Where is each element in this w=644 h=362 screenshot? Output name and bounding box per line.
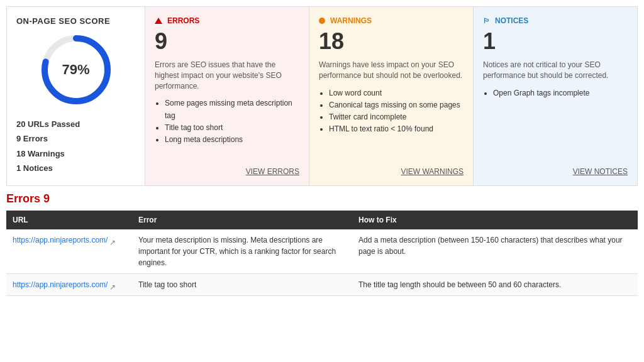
notice-item-1: Open Graph tags incomplete xyxy=(493,87,628,99)
error-item-2: Title tag too short xyxy=(165,122,299,134)
cards-container: ERRORS 9 Errors are SEO issues that have… xyxy=(145,7,637,185)
view-notices-link[interactable]: VIEW NOTICES xyxy=(573,167,628,176)
col-header-error: Error xyxy=(132,211,352,229)
errors-table-heading: Errors 9 xyxy=(6,192,638,206)
view-errors-link[interactable]: VIEW ERRORS xyxy=(246,167,299,176)
col-header-url: URL xyxy=(6,211,132,229)
table-cell-url: https://app.ninjareports.com/↗ xyxy=(6,273,132,295)
notices-count: 1 xyxy=(483,28,628,55)
error-triangle-icon xyxy=(155,18,162,24)
errors-card-header: ERRORS xyxy=(155,16,299,25)
table-cell-url: https://app.ninjareports.com/↗ xyxy=(6,229,132,274)
col-header-fix: How to Fix xyxy=(352,211,638,229)
error-item-1: Some pages missing meta description tag xyxy=(165,97,299,121)
stat-urls-passed: 20 URLs Passed xyxy=(16,117,135,131)
stat-errors: 9 Errors xyxy=(16,131,135,146)
warning-item-2: Canonical tags missing on some pages xyxy=(329,99,464,111)
errors-header-label: ERRORS xyxy=(167,16,199,25)
url-link[interactable]: https://app.ninjareports.com/ xyxy=(13,280,108,289)
warning-circle-icon xyxy=(319,18,325,24)
table-header-row: URL Error How to Fix xyxy=(6,211,638,229)
warning-item-1: Low word count xyxy=(329,87,464,99)
warnings-list: Low word count Canonical tags missing on… xyxy=(319,87,464,160)
errors-card: ERRORS 9 Errors are SEO issues that have… xyxy=(145,7,309,185)
score-panel: ON-PAGE SEO SCORE 79% 20 URLs Passed 9 E… xyxy=(7,7,145,185)
url-link[interactable]: https://app.ninjareports.com/ xyxy=(13,236,108,244)
errors-description: Errors are SEO issues that have the high… xyxy=(155,60,299,91)
view-warnings-link[interactable]: VIEW WARNINGS xyxy=(401,167,464,176)
warnings-description: Warnings have less impact on your SEO pe… xyxy=(319,60,464,81)
table-cell-error: Your meta description is missing. Meta d… xyxy=(132,229,352,274)
stat-notices: 1 Notices xyxy=(16,161,135,175)
score-stats: 20 URLs Passed 9 Errors 18 Warnings 1 No… xyxy=(16,117,135,176)
notices-card-header: 🏳 NOTICES xyxy=(483,16,628,25)
errors-count: 9 xyxy=(155,28,299,55)
stat-warnings: 18 Warnings xyxy=(16,146,135,161)
table-cell-error: Title tag too short xyxy=(132,273,352,295)
table-cell-fix: The title tag length should be between 5… xyxy=(352,273,638,295)
external-link-icon: ↗ xyxy=(109,282,116,288)
notices-header-label: NOTICES xyxy=(495,16,528,25)
warnings-count: 18 xyxy=(319,28,464,55)
notices-description: Notices are not critical to your SEO per… xyxy=(483,60,628,81)
error-item-3: Long meta descriptions xyxy=(165,134,299,146)
notices-list: Open Graph tags incomplete xyxy=(483,87,628,160)
score-title: ON-PAGE SEO SCORE xyxy=(16,16,135,26)
table-cell-fix: Add a meta description (between 150-160 … xyxy=(352,229,638,274)
warnings-card: WARNINGS 18 Warnings have less impact on… xyxy=(309,7,474,185)
score-percentage: 79% xyxy=(62,62,89,78)
donut-chart: 79% xyxy=(16,32,135,107)
warning-item-4: HTML to text ratio < 10% found xyxy=(329,123,464,135)
table-row: https://app.ninjareports.com/↗Your meta … xyxy=(6,229,638,274)
warnings-header-label: WARNINGS xyxy=(330,16,372,25)
warning-item-3: Twitter card incomplete xyxy=(329,111,464,123)
external-link-icon: ↗ xyxy=(109,237,116,243)
errors-list: Some pages missing meta description tag … xyxy=(155,97,299,160)
table-row: https://app.ninjareports.com/↗Title tag … xyxy=(6,273,638,295)
notices-flag-icon: 🏳 xyxy=(483,17,490,25)
notices-card: 🏳 NOTICES 1 Notices are not critical to … xyxy=(474,7,637,185)
errors-section: Errors 9 URL Error How to Fix https://ap… xyxy=(6,192,638,296)
warnings-card-header: WARNINGS xyxy=(319,16,464,25)
errors-table: URL Error How to Fix https://app.ninjare… xyxy=(6,211,638,296)
